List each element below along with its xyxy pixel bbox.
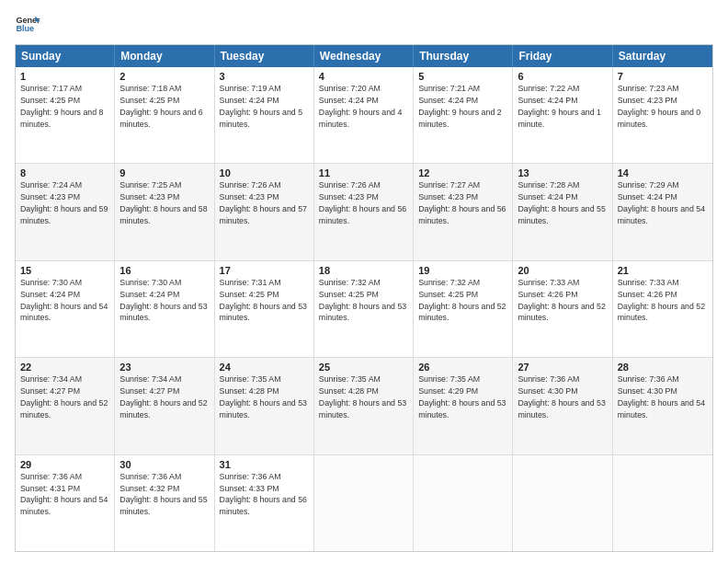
day-cell-16: 16 Sunrise: 7:30 AMSunset: 4:24 PMDaylig… [115, 261, 214, 357]
day-number: 17 [220, 265, 309, 276]
cell-info: Sunrise: 7:32 AMSunset: 4:25 PMDaylight:… [418, 278, 506, 323]
cell-info: Sunrise: 7:25 AMSunset: 4:23 PMDaylight:… [119, 180, 207, 225]
cell-info: Sunrise: 7:29 AMSunset: 4:24 PMDaylight:… [618, 180, 705, 225]
cell-info: Sunrise: 7:36 AMSunset: 4:33 PMDaylight:… [220, 472, 307, 517]
day-number: 23 [119, 362, 209, 373]
calendar-header: SundayMondayTuesdayWednesdayThursdayFrid… [16, 45, 712, 67]
day-number: 24 [220, 362, 309, 373]
day-number: 13 [518, 167, 607, 178]
cell-info: Sunrise: 7:17 AMSunset: 4:25 PMDaylight:… [20, 84, 103, 129]
calendar-week-3: 15 Sunrise: 7:30 AMSunset: 4:24 PMDaylig… [16, 261, 712, 358]
day-number: 30 [119, 459, 209, 470]
day-cell-15: 15 Sunrise: 7:30 AMSunset: 4:24 PMDaylig… [16, 261, 115, 357]
cell-info: Sunrise: 7:30 AMSunset: 4:24 PMDaylight:… [20, 278, 108, 323]
day-cell-23: 23 Sunrise: 7:34 AMSunset: 4:27 PMDaylig… [115, 358, 214, 454]
cell-info: Sunrise: 7:36 AMSunset: 4:30 PMDaylight:… [518, 374, 605, 419]
header-day-tuesday: Tuesday [215, 45, 314, 67]
day-number: 11 [319, 167, 408, 178]
day-number: 26 [418, 362, 507, 373]
day-number: 10 [220, 167, 309, 178]
day-cell-20: 20 Sunrise: 7:33 AMSunset: 4:26 PMDaylig… [513, 261, 612, 357]
cell-info: Sunrise: 7:19 AMSunset: 4:24 PMDaylight:… [220, 84, 302, 129]
day-number: 20 [518, 265, 607, 276]
day-number: 5 [418, 71, 507, 82]
cell-info: Sunrise: 7:23 AMSunset: 4:23 PMDaylight:… [618, 84, 700, 129]
cell-info: Sunrise: 7:36 AMSunset: 4:30 PMDaylight:… [618, 374, 705, 419]
cell-info: Sunrise: 7:35 AMSunset: 4:29 PMDaylight:… [418, 374, 506, 419]
cell-info: Sunrise: 7:31 AMSunset: 4:25 PMDaylight:… [220, 278, 307, 323]
day-cell-9: 9 Sunrise: 7:25 AMSunset: 4:23 PMDayligh… [115, 164, 214, 259]
day-cell-3: 3 Sunrise: 7:19 AMSunset: 4:24 PMDayligh… [215, 67, 314, 163]
day-number: 14 [618, 167, 708, 178]
cell-info: Sunrise: 7:24 AMSunset: 4:23 PMDaylight:… [20, 180, 108, 225]
empty-cell [513, 455, 612, 551]
cell-info: Sunrise: 7:34 AMSunset: 4:27 PMDaylight:… [119, 374, 207, 419]
calendar-week-2: 8 Sunrise: 7:24 AMSunset: 4:23 PMDayligh… [16, 164, 712, 260]
cell-info: Sunrise: 7:20 AMSunset: 4:24 PMDaylight:… [319, 84, 402, 129]
day-number: 22 [20, 362, 109, 373]
empty-cell [314, 455, 414, 551]
header-day-saturday: Saturday [613, 45, 712, 67]
day-number: 6 [518, 71, 607, 82]
day-number: 27 [518, 362, 607, 373]
day-cell-2: 2 Sunrise: 7:18 AMSunset: 4:25 PMDayligh… [115, 67, 214, 163]
cell-info: Sunrise: 7:34 AMSunset: 4:27 PMDaylight:… [20, 374, 108, 419]
day-number: 19 [418, 265, 507, 276]
header-day-wednesday: Wednesday [314, 45, 414, 67]
cell-info: Sunrise: 7:33 AMSunset: 4:26 PMDaylight:… [518, 278, 605, 323]
cell-info: Sunrise: 7:28 AMSunset: 4:24 PMDaylight:… [518, 180, 605, 225]
cell-info: Sunrise: 7:36 AMSunset: 4:32 PMDaylight:… [119, 472, 207, 517]
day-cell-27: 27 Sunrise: 7:36 AMSunset: 4:30 PMDaylig… [513, 358, 612, 454]
cell-info: Sunrise: 7:21 AMSunset: 4:24 PMDaylight:… [418, 84, 501, 129]
day-number: 15 [20, 265, 109, 276]
day-cell-6: 6 Sunrise: 7:22 AMSunset: 4:24 PMDayligh… [513, 67, 612, 163]
day-cell-25: 25 Sunrise: 7:35 AMSunset: 4:28 PMDaylig… [314, 358, 414, 454]
day-number: 4 [319, 71, 408, 82]
empty-cell [414, 455, 513, 551]
cell-info: Sunrise: 7:35 AMSunset: 4:28 PMDaylight:… [319, 374, 406, 419]
day-cell-18: 18 Sunrise: 7:32 AMSunset: 4:25 PMDaylig… [314, 261, 414, 357]
calendar-week-1: 1 Sunrise: 7:17 AMSunset: 4:25 PMDayligh… [16, 67, 712, 164]
day-cell-11: 11 Sunrise: 7:26 AMSunset: 4:23 PMDaylig… [314, 164, 414, 259]
day-cell-10: 10 Sunrise: 7:26 AMSunset: 4:23 PMDaylig… [215, 164, 314, 259]
cell-info: Sunrise: 7:27 AMSunset: 4:23 PMDaylight:… [418, 180, 506, 225]
cell-info: Sunrise: 7:30 AMSunset: 4:24 PMDaylight:… [119, 278, 207, 323]
cell-info: Sunrise: 7:32 AMSunset: 4:25 PMDaylight:… [319, 278, 406, 323]
cell-info: Sunrise: 7:33 AMSunset: 4:26 PMDaylight:… [618, 278, 705, 323]
header-day-sunday: Sunday [16, 45, 115, 67]
cell-info: Sunrise: 7:36 AMSunset: 4:31 PMDaylight:… [20, 472, 108, 517]
header-day-thursday: Thursday [414, 45, 513, 67]
day-cell-28: 28 Sunrise: 7:36 AMSunset: 4:30 PMDaylig… [613, 358, 712, 454]
calendar-body: 1 Sunrise: 7:17 AMSunset: 4:25 PMDayligh… [16, 67, 712, 551]
cell-info: Sunrise: 7:18 AMSunset: 4:25 PMDaylight:… [119, 84, 202, 129]
calendar-week-5: 29 Sunrise: 7:36 AMSunset: 4:31 PMDaylig… [16, 455, 712, 551]
day-cell-7: 7 Sunrise: 7:23 AMSunset: 4:23 PMDayligh… [613, 67, 712, 163]
day-cell-13: 13 Sunrise: 7:28 AMSunset: 4:24 PMDaylig… [513, 164, 612, 259]
header: General Blue [15, 11, 713, 37]
day-number: 2 [119, 71, 209, 82]
day-cell-1: 1 Sunrise: 7:17 AMSunset: 4:25 PMDayligh… [16, 67, 115, 163]
day-cell-30: 30 Sunrise: 7:36 AMSunset: 4:32 PMDaylig… [115, 455, 214, 551]
cell-info: Sunrise: 7:22 AMSunset: 4:24 PMDaylight:… [518, 84, 600, 129]
day-cell-22: 22 Sunrise: 7:34 AMSunset: 4:27 PMDaylig… [16, 358, 115, 454]
day-cell-5: 5 Sunrise: 7:21 AMSunset: 4:24 PMDayligh… [414, 67, 513, 163]
day-number: 29 [20, 459, 109, 470]
logo-icon: General Blue [15, 11, 40, 37]
day-cell-8: 8 Sunrise: 7:24 AMSunset: 4:23 PMDayligh… [16, 164, 115, 259]
day-number: 21 [618, 265, 708, 276]
calendar: SundayMondayTuesdayWednesdayThursdayFrid… [15, 44, 713, 552]
cell-info: Sunrise: 7:26 AMSunset: 4:23 PMDaylight:… [220, 180, 307, 225]
day-number: 12 [418, 167, 507, 178]
day-cell-26: 26 Sunrise: 7:35 AMSunset: 4:29 PMDaylig… [414, 358, 513, 454]
day-number: 7 [618, 71, 708, 82]
day-cell-29: 29 Sunrise: 7:36 AMSunset: 4:31 PMDaylig… [16, 455, 115, 551]
day-number: 1 [20, 71, 109, 82]
svg-text:Blue: Blue [16, 24, 34, 33]
day-cell-17: 17 Sunrise: 7:31 AMSunset: 4:25 PMDaylig… [215, 261, 314, 357]
day-number: 16 [119, 265, 209, 276]
empty-cell [613, 455, 712, 551]
day-cell-4: 4 Sunrise: 7:20 AMSunset: 4:24 PMDayligh… [314, 67, 414, 163]
page: General Blue SundayMondayTuesdayWednesda… [0, 0, 728, 563]
day-number: 31 [220, 459, 309, 470]
day-number: 28 [618, 362, 708, 373]
